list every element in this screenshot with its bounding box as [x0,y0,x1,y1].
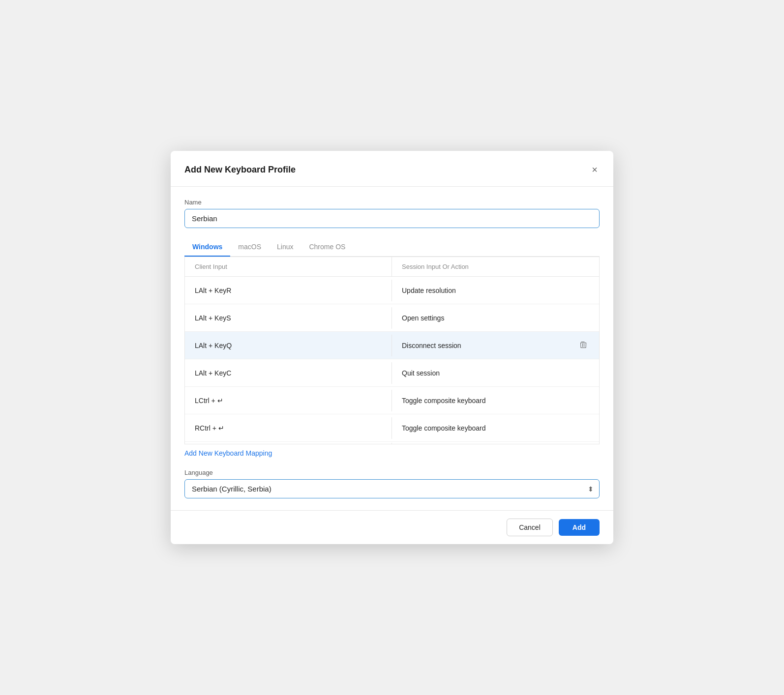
table-body: LAlt + KeyR Update resolution LAlt + Key… [185,277,599,444]
table-row-partial: LAlt + → Window switch (Alt+Tab) [185,442,599,444]
cell-session-action: Update resolution [392,277,599,304]
cell-session-action: Disconnect session [392,332,599,359]
cell-session-action: Toggle composite keyboard [392,387,599,414]
name-field-section: Name [184,199,600,228]
cell-session-action: Toggle composite keyboard [392,414,599,441]
col-session-action-header: Session Input Or Action [392,257,599,276]
tab-macos[interactable]: macOS [230,238,269,257]
cell-client-input: LAlt + KeyQ [185,335,392,356]
name-input[interactable] [184,209,600,228]
keyboard-mappings-table: Client Input Session Input Or Action LAl… [184,257,600,444]
dialog-body: Name Windows macOS Linux Chrome OS Clien… [171,187,613,510]
tab-windows[interactable]: Windows [184,238,230,257]
delete-mapping-button[interactable] [577,339,589,352]
tab-chromeos[interactable]: Chrome OS [301,238,353,257]
cell-session-action: Quit session [392,359,599,386]
close-button[interactable]: × [590,163,600,176]
table-row: RCtrl + ↵ Toggle composite keyboard [185,414,599,442]
table-row: LAlt + KeyR Update resolution [185,277,599,304]
cell-session-action: Open settings [392,304,599,331]
table-row: LCtrl + ↵ Toggle composite keyboard [185,387,599,414]
language-select-wrapper: Serbian (Cyrillic, Serbia)English (Unite… [184,479,600,498]
table-row: LAlt + KeyC Quit session [185,359,599,387]
cell-client-input: LCtrl + ↵ [185,390,392,411]
cell-client-input: LAlt + KeyS [185,307,392,329]
language-select[interactable]: Serbian (Cyrillic, Serbia)English (Unite… [184,479,600,498]
cancel-button[interactable]: Cancel [507,519,553,536]
cell-client-input-partial: LAlt + → [185,443,392,444]
tabs-row: Windows macOS Linux Chrome OS [184,238,600,257]
col-client-input-header: Client Input [185,257,392,276]
language-field-section: Language Serbian (Cyrillic, Serbia)Engli… [184,469,600,498]
os-tabs-container: Windows macOS Linux Chrome OS Client Inp… [184,238,600,459]
cell-client-input: RCtrl + ↵ [185,417,392,439]
table-row: LAlt + KeyQ Disconnect session [185,332,599,359]
table-header: Client Input Session Input Or Action [185,257,599,277]
language-label: Language [184,469,600,476]
cell-client-input: LAlt + KeyR [185,280,392,301]
cell-client-input: LAlt + KeyC [185,362,392,384]
tab-linux[interactable]: Linux [269,238,301,257]
dialog-title: Add New Keyboard Profile [184,165,296,175]
trash-icon [579,341,587,350]
table-row: LAlt + KeyS Open settings [185,304,599,332]
add-mapping-link[interactable]: Add New Keyboard Mapping [184,444,600,459]
dialog-header: Add New Keyboard Profile × [171,151,613,187]
add-button[interactable]: Add [559,519,600,536]
cell-session-action-partial: Window switch (Alt+Tab) [392,443,599,444]
name-label: Name [184,199,600,206]
dialog-footer: Cancel Add [171,510,613,544]
add-keyboard-profile-dialog: Add New Keyboard Profile × Name Windows … [171,151,613,544]
